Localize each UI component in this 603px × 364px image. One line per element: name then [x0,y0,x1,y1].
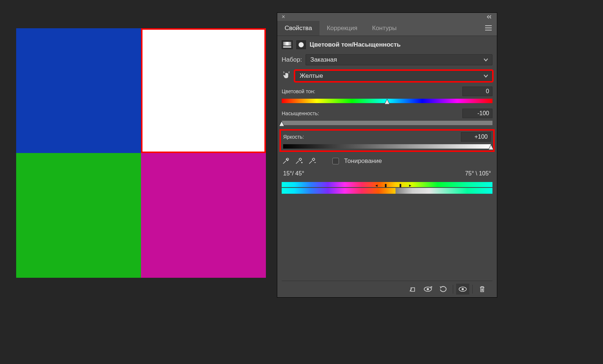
panel-footer [282,281,492,297]
chevron-down-icon [483,72,488,80]
colorize-label: Тонирование [344,157,382,165]
lightness-label: Яркость: [283,134,304,140]
channel-row: Желтые [282,70,492,81]
eyedropper-plus-icon[interactable] [295,157,303,165]
saturation-value[interactable]: -100 [462,109,492,118]
layer-mask-icon [296,40,306,49]
preset-value: Заказная [310,56,337,63]
hue-range-readout: 15°/ 45° 75° \ 105° [282,170,492,177]
quad-magenta [141,153,266,278]
quad-blue [16,28,141,153]
quad-white-highlight [141,28,266,153]
saturation-label: Насыщенность: [282,110,319,116]
hue-group: Цветовой тон: 0 [282,87,492,103]
adjustment-title: Цветовой тон/Насыщенность [310,41,401,48]
channel-value: Желтые [300,72,323,80]
range-right: 75° \ 105° [465,170,491,177]
hue-slider[interactable] [282,98,492,103]
properties-panel: × Свойства Коррекция Контуры Цветовой то… [277,13,497,297]
hue-sat-icon [282,40,293,49]
preset-label: Набор: [282,56,302,63]
clip-to-layer-icon[interactable] [406,284,419,295]
collapse-icon[interactable] [487,15,492,19]
tab-paths[interactable]: Контуры [365,21,404,36]
eyedropper-icon[interactable] [282,157,290,165]
hue-thumb[interactable] [384,99,390,104]
hue-label: Цветовой тон: [282,88,315,94]
preset-select[interactable]: Заказная [306,54,492,65]
range-left: 15°/ 45° [283,170,304,177]
tab-properties[interactable]: Свойства [277,21,319,36]
panel-menu-icon[interactable] [480,25,497,32]
image-quad [16,28,266,278]
adjustment-header: Цветовой тон/Насыщенность [282,40,492,49]
lightness-thumb[interactable] [488,145,494,150]
visibility-icon[interactable] [456,284,469,295]
lightness-slider[interactable] [283,144,491,149]
saturation-group: Насыщенность: -100 [282,109,492,125]
eyedropper-minus-icon[interactable] [308,157,316,165]
tab-adjustments[interactable]: Коррекция [319,21,365,36]
lightness-group: Яркость: +100 [279,129,495,152]
canvas-area [0,0,284,364]
svg-point-3 [462,288,464,290]
reset-icon[interactable] [437,284,450,295]
trash-icon[interactable] [476,284,489,295]
saturation-slider[interactable] [282,120,492,125]
close-icon[interactable]: × [282,14,285,20]
colorize-checkbox[interactable] [332,158,339,164]
eyedropper-row: Тонирование [282,156,492,165]
hue-value[interactable]: 0 [462,87,492,96]
channel-select[interactable]: Желтые [295,70,492,81]
hue-range-bottom-strip [282,188,492,194]
lightness-value[interactable]: +100 [461,132,491,142]
targeted-adjust-icon[interactable] [282,71,291,81]
hue-range-strips[interactable]: ◂▮▮▸ [282,182,492,194]
panel-tabs: Свойства Коррекция Контуры [277,21,497,36]
svg-point-1 [427,288,429,290]
hue-range-top-strip[interactable]: ◂▮▮▸ [282,182,492,187]
quad-green [16,153,141,278]
view-previous-icon[interactable] [421,284,434,295]
panel-body: Цветовой тон/Насыщенность Набор: Заказна… [277,36,497,297]
panel-chrome: × [277,13,497,21]
preset-row: Набор: Заказная [282,54,492,65]
chevron-down-icon [483,56,488,63]
saturation-thumb[interactable] [279,121,284,126]
